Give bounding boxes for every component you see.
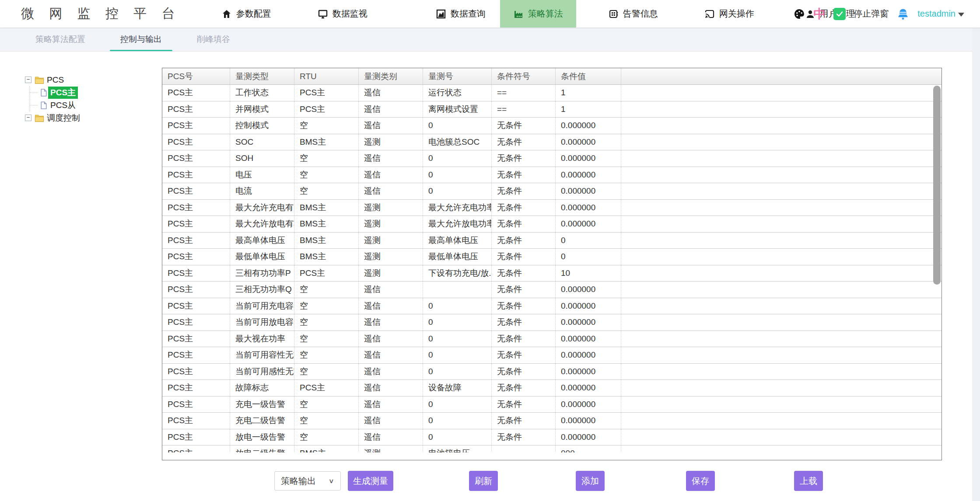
stop-popup-checkbox[interactable] <box>833 8 846 20</box>
table-cell <box>621 445 942 452</box>
table-cell: 0.000000 <box>556 167 621 183</box>
table-row[interactable]: PCS主充电二级告警空遥信0无条件0.000000 <box>162 413 942 429</box>
table-cell: 最高单体电压 <box>230 233 294 249</box>
table-cell <box>621 331 942 347</box>
nav-item-6[interactable]: 网关操作 <box>701 0 758 28</box>
tree-folder-PCS[interactable]: −PCS <box>25 73 80 86</box>
table-cell: 空 <box>294 331 359 347</box>
table-cell <box>621 183 942 199</box>
column-header-7: 条件值 <box>556 68 621 84</box>
table-cell: 空 <box>294 183 359 199</box>
table-cell: PCS主 <box>162 249 230 265</box>
footer-button-4[interactable]: 保存 <box>686 471 715 491</box>
tree-folder-label[interactable]: 调度控制 <box>47 112 80 124</box>
table-cell <box>621 134 942 150</box>
table-row[interactable]: PCS主当前可用放电容量空遥信0无条件0.000000 <box>162 314 942 331</box>
table-cell: 无条件 <box>492 249 556 265</box>
tab-1[interactable]: 策略算法配置 <box>35 28 85 51</box>
table-row[interactable]: PCS主放电二级告警BMS主遥测电池簇电压000 <box>162 445 942 452</box>
nav-item-2[interactable]: 数据监视 <box>314 0 371 28</box>
table-row[interactable]: PCS主最大允许放电有功BMS主遥测最大允许放电功率无条件0.000000 <box>162 216 942 233</box>
table-scrollbar-thumb[interactable] <box>933 86 941 285</box>
table-row[interactable]: PCS主三相有功功率PPCS主遥测下设有功充电/放...无条件10 <box>162 265 942 282</box>
table-row[interactable]: PCS主最高单体电压BMS主遥测最高单体电压无条件0 <box>162 233 942 249</box>
table-cell <box>621 249 942 265</box>
footer-button-3[interactable]: 添加 <box>576 471 605 491</box>
table-cell: 1 <box>556 101 621 118</box>
tree-folder-label[interactable]: PCS <box>47 75 64 85</box>
table-cell: 0.000000 <box>556 331 621 347</box>
table-row[interactable]: PCS主控制模式空遥信0无条件0.000000 <box>162 118 942 134</box>
table-row[interactable]: PCS主三相无功功率Q空遥信无条件0.000000 <box>162 282 942 298</box>
nav-item-3[interactable]: 数据查询 <box>432 0 489 28</box>
bell-icon[interactable] <box>896 7 910 21</box>
table-cell: 遥信 <box>359 380 423 396</box>
table-cell: BMS主 <box>294 249 359 265</box>
table-row[interactable]: PCS主当前可用充电容量空遥信0无条件0.000000 <box>162 298 942 315</box>
strategy-output-dropdown[interactable]: 策略输出 ∨ <box>274 471 341 491</box>
table-cell <box>621 397 942 413</box>
table-cell: 充电二级告警 <box>230 413 294 429</box>
table-cell: == <box>492 85 556 101</box>
table-cell: PCS主 <box>162 216 230 232</box>
table-cell: 1 <box>556 85 621 101</box>
footer-button-1[interactable]: 生成测量 <box>348 471 393 491</box>
nav-item-label: 数据查询 <box>451 8 486 20</box>
table-cell: 0 <box>423 397 492 413</box>
nav-item-4[interactable]: 策略算法 <box>500 0 576 28</box>
footer-button-2[interactable]: 刷新 <box>469 471 498 491</box>
folder-icon <box>35 113 44 123</box>
tree-collapse-icon[interactable]: − <box>25 115 32 121</box>
tree-collapse-icon[interactable]: − <box>25 77 32 83</box>
table-cell: 0 <box>423 118 492 134</box>
footer-toolbar: 策略输出 ∨ 生成测量刷新添加保存上载 <box>0 471 980 491</box>
table-cell: 设备故障 <box>423 380 492 396</box>
table-cell: PCS主 <box>162 200 230 216</box>
table-row[interactable]: PCS主并网模式PCS主遥信离网模式设置==1 <box>162 101 942 118</box>
tab-3[interactable]: 削峰填谷 <box>197 28 230 51</box>
tree-item-PCS从[interactable]: PCS从 <box>30 99 80 111</box>
stop-popup-label: 停止弹窗 <box>854 8 889 20</box>
table-row[interactable]: PCS主工作状态PCS主遥信运行状态==1 <box>162 85 942 101</box>
table-row[interactable]: PCS主最低单体电压BMS主遥测最低单体电压无条件0 <box>162 249 942 265</box>
table-row[interactable]: PCS主充电一级告警空遥信0无条件0.000000 <box>162 397 942 413</box>
tab-2[interactable]: 控制与输出 <box>120 28 162 51</box>
language-zh-icon[interactable]: 中 <box>813 6 826 22</box>
chevron-down-icon: ∨ <box>329 477 334 485</box>
table-row[interactable]: PCS主故障标志PCS主遥信设备故障无条件0.000000 <box>162 380 942 397</box>
nav-item-5[interactable]: 告警信息 <box>605 0 662 28</box>
table-cell: 最大允许放电功率 <box>423 216 492 232</box>
tree-folder-调度控制[interactable]: −调度控制 <box>25 111 80 124</box>
top-nav: 微 网 监 控 平 台 参数配置数据监视数据查询策略算法告警信息网关操作用户管理… <box>0 0 980 28</box>
user-menu[interactable]: testadmin <box>917 9 964 19</box>
table-row[interactable]: PCS主最大视在功率空遥信0无条件0.000000 <box>162 331 942 348</box>
table-cell <box>621 85 942 101</box>
table-cell: 遥测 <box>359 134 423 150</box>
table-cell: 空 <box>294 397 359 413</box>
table-cell <box>621 429 942 445</box>
table-cell: 遥测 <box>359 249 423 265</box>
table-cell: PCS主 <box>162 364 230 380</box>
table-cell: 无条件 <box>492 265 556 282</box>
chevron-down-icon <box>958 13 964 17</box>
table-cell: 遥信 <box>359 298 423 314</box>
footer-button-5[interactable]: 上载 <box>794 471 823 491</box>
table-cell: 充电一级告警 <box>230 397 294 413</box>
table-cell: BMS主 <box>294 233 359 249</box>
table-row[interactable]: PCS主最大允许充电有...BMS主遥测最大允许充电功率无条件0.000000 <box>162 200 942 216</box>
table-row[interactable]: PCS主SOH空遥信0无条件0.000000 <box>162 150 942 167</box>
table-row[interactable]: PCS主放电一级告警空遥信0无条件0.000000 <box>162 429 942 446</box>
table-row[interactable]: PCS主当前可用容性无功空遥信0无条件0.000000 <box>162 347 942 364</box>
table-cell: 空 <box>294 314 359 331</box>
column-header-8 <box>621 68 942 84</box>
table-row[interactable]: PCS主SOCBMS主遥测电池簇总SOC无条件0.000000 <box>162 134 942 151</box>
nav-item-1[interactable]: 参数配置 <box>218 0 275 28</box>
table-cell: 0.000000 <box>556 118 621 134</box>
palette-icon[interactable] <box>793 8 805 20</box>
table-row[interactable]: PCS主当前可用感性无功空遥信0无条件0.000000 <box>162 364 942 380</box>
table-cell: 三相有功功率P <box>230 265 294 282</box>
table-row[interactable]: PCS主电流空遥信0无条件0.000000 <box>162 183 942 200</box>
table-row[interactable]: PCS主电压空遥信0无条件0.000000 <box>162 167 942 184</box>
table-cell: 无条件 <box>492 118 556 134</box>
tree-item-PCS主[interactable]: PCS主 <box>30 86 80 99</box>
